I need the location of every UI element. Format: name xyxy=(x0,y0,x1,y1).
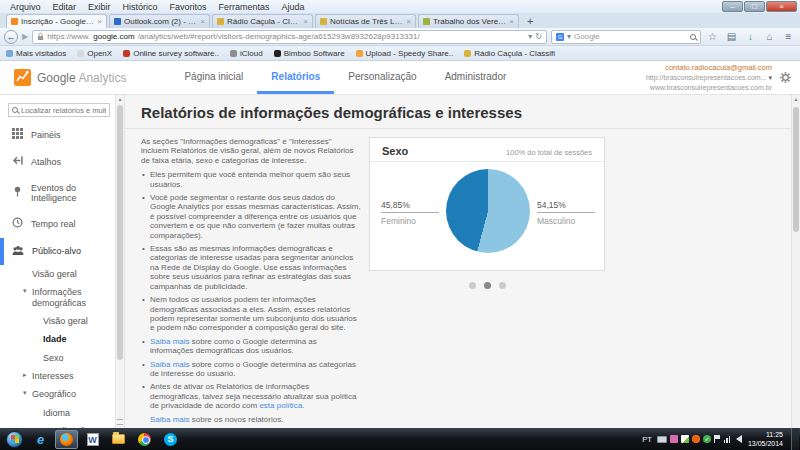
reload-icon[interactable]: ↻ xyxy=(535,32,542,41)
footnote-link[interactable]: Saiba mais xyxy=(150,415,190,424)
menu-ajuda[interactable]: Ajuda xyxy=(276,2,311,12)
sidebar-item-visao-geral[interactable]: Visão geral xyxy=(0,312,124,330)
ga-tab-administrador[interactable]: Administrador xyxy=(431,61,521,94)
menu-exibir[interactable]: Exibir xyxy=(82,2,117,12)
back-button[interactable]: ← xyxy=(4,30,18,44)
bookmark-mais-visitados[interactable]: Mais visitados xyxy=(6,49,66,58)
menu-editar[interactable]: Editar xyxy=(47,2,83,12)
forward-button[interactable]: ▶ xyxy=(22,32,28,41)
main-scroll-up-icon[interactable]: ▲ xyxy=(792,95,800,104)
sidebar-item-visao-geral[interactable]: Visão geral xyxy=(0,265,124,283)
sidebar-item-idioma[interactable]: Idioma xyxy=(0,404,124,422)
carousel-dot-2[interactable] xyxy=(484,282,491,289)
account-dropdown-icon[interactable]: ▾ xyxy=(768,74,772,81)
collapse-icon[interactable]: ▾ xyxy=(23,389,27,397)
sidebar-search[interactable] xyxy=(8,103,110,117)
menu-favoritos[interactable]: Favoritos xyxy=(164,2,213,12)
home-icon[interactable]: ⌂ xyxy=(762,31,777,42)
safety-tray-icon[interactable]: ✓ xyxy=(703,435,711,443)
gear-icon[interactable] xyxy=(779,71,792,84)
taskbar-app-internet-explorer[interactable]: e xyxy=(29,430,52,449)
ga-tab-personalizacao[interactable]: Personalização xyxy=(334,61,430,94)
bookmark-openx[interactable]: OpenX xyxy=(77,49,112,58)
close-button[interactable]: × xyxy=(766,1,797,12)
sidebar-item-atalhos[interactable]: Atalhos xyxy=(0,148,124,175)
taskbar-app-explorer[interactable] xyxy=(107,430,130,449)
search-magnifier-icon[interactable] xyxy=(690,34,696,40)
start-button[interactable] xyxy=(6,431,23,448)
search-box[interactable]: G ▾ Google xyxy=(551,30,701,44)
menu-historico[interactable]: Histórico xyxy=(117,2,164,12)
sidebar-item-interesses[interactable]: ▸Interesses xyxy=(0,367,124,385)
tab-close-icon[interactable]: × xyxy=(509,17,514,26)
menu-ferramentas[interactable]: Ferramentas xyxy=(213,2,276,12)
taskbar-app-skype[interactable]: S xyxy=(159,430,182,449)
url-bar[interactable]: https://www.google.com/analytics/web/#re… xyxy=(32,30,547,44)
media-tray-icon[interactable] xyxy=(670,435,678,443)
notes-tray-icon[interactable] xyxy=(681,435,689,443)
bullet-7-link[interactable]: esta política xyxy=(259,401,302,410)
taskbar-clock[interactable]: 11:2513/05/2014 xyxy=(745,430,788,448)
bookmark-icloud[interactable]: iCloud xyxy=(230,49,263,58)
menu-arquivo[interactable]: Arquivo xyxy=(4,2,47,12)
tab-close-icon[interactable]: × xyxy=(406,17,411,26)
browser-tab-trabalho-dos-vereado[interactable]: Trabalho dos Vereadores C...× xyxy=(418,14,519,28)
sidebar-item-paineis[interactable]: Painéis xyxy=(0,121,124,148)
sidebar-item-sexo[interactable]: Sexo xyxy=(0,349,124,367)
bullet-5-link[interactable]: Saiba mais xyxy=(150,337,190,346)
browser-tab-outlook-com-2-fabioc[interactable]: Outlook.com (2) - fabioca...× xyxy=(109,14,210,28)
sidebar-item-eventos-do-intelligence[interactable]: Eventos do Intelligence xyxy=(0,176,124,211)
taskbar-app-word[interactable]: W xyxy=(81,430,104,449)
ga-tab-relatorios[interactable]: Relatórios xyxy=(257,61,334,94)
sidebar-search-input[interactable] xyxy=(21,106,106,115)
keyboard-icon[interactable] xyxy=(657,436,667,443)
ga-account-block[interactable]: contato.radiocacula@gmail.com http://bra… xyxy=(646,61,792,94)
sidebar-item-geografico[interactable]: ▾Geográfico xyxy=(0,385,124,403)
browser-tab-radio-cacula-classif[interactable]: Rádio Caçula - Classificado...× xyxy=(212,14,313,28)
network-flag-icon[interactable] xyxy=(714,435,721,443)
sidebar-scroll-thumb[interactable] xyxy=(117,105,123,360)
tab-close-icon[interactable]: × xyxy=(303,17,308,26)
sidebar-scroll-up-icon[interactable]: ▲ xyxy=(116,95,124,104)
bullet-6-link[interactable]: Saiba mais xyxy=(150,360,190,369)
carousel-dot-1[interactable] xyxy=(469,282,476,289)
sidebar-scrollbar[interactable]: ▲ xyxy=(115,95,124,428)
taskbar-app-firefox[interactable] xyxy=(55,430,78,449)
bookmark-star-icon[interactable]: ☆ xyxy=(705,31,720,42)
ga-tab-pagina-inicial[interactable]: Página inicial xyxy=(170,61,257,94)
expand-icon[interactable]: ▸ xyxy=(23,371,27,379)
bookmark-online-survey-soft[interactable]: Online survey software.. xyxy=(123,49,219,58)
ga-logo[interactable]: Google Analytics xyxy=(14,61,126,94)
carousel-dot-3[interactable] xyxy=(499,282,506,289)
sidebar-item-idade[interactable]: Idade xyxy=(0,330,124,348)
sidebar-item-publico-alvo[interactable]: Público-alvo xyxy=(0,238,124,265)
collapse-icon[interactable]: ▾ xyxy=(23,287,27,295)
gender-pie-chart[interactable] xyxy=(446,169,530,253)
sidebar-item-tempo-real[interactable]: Tempo real xyxy=(0,210,124,237)
alert-tray-icon[interactable] xyxy=(692,435,700,443)
tab-close-icon[interactable]: × xyxy=(97,17,102,26)
sidebar-item-informacoes-demograficas[interactable]: ▾Informações demográficas xyxy=(0,283,124,312)
bookmark-upload-speedy-shar[interactable]: Upload - Speedy Share.. xyxy=(356,49,454,58)
volume-icon[interactable] xyxy=(736,435,742,443)
sidebar-item-localizacao[interactable]: Localização xyxy=(0,422,124,428)
search-engine-dropdown-icon[interactable]: ▾ xyxy=(567,32,571,41)
main-scrollbar[interactable]: ▲ xyxy=(791,95,800,428)
taskbar-app-chrome[interactable] xyxy=(133,430,156,449)
bookmarks-menu-icon[interactable]: ▤ xyxy=(724,31,739,42)
minimize-button[interactable]: – xyxy=(722,1,743,12)
bookmark-bimboo-software[interactable]: Bimboo Software xyxy=(274,49,345,58)
tab-close-icon[interactable]: × xyxy=(200,17,205,26)
search-engine-icon[interactable]: G xyxy=(556,33,564,41)
sidebar-scroll-grip[interactable] xyxy=(117,419,123,425)
downloads-icon[interactable]: ↓ xyxy=(743,31,758,42)
bookmark-radio-cacula-class[interactable]: Rádio Caçula - Classifi xyxy=(464,49,555,58)
browser-tab-noticias-de-tres-lag[interactable]: Notícias de Três Lagoas e...× xyxy=(315,14,416,28)
account-email[interactable]: contato.radiocacula@gmail.com xyxy=(646,63,772,73)
show-desktop-button[interactable] xyxy=(791,428,799,450)
maximize-button[interactable]: □ xyxy=(744,1,765,12)
signal-icon[interactable] xyxy=(724,435,733,443)
hamburger-menu-icon[interactable]: ≡ xyxy=(781,31,796,42)
url-dropdown-icon[interactable]: ▾ xyxy=(528,32,532,41)
main-scroll-thumb[interactable] xyxy=(793,107,799,232)
